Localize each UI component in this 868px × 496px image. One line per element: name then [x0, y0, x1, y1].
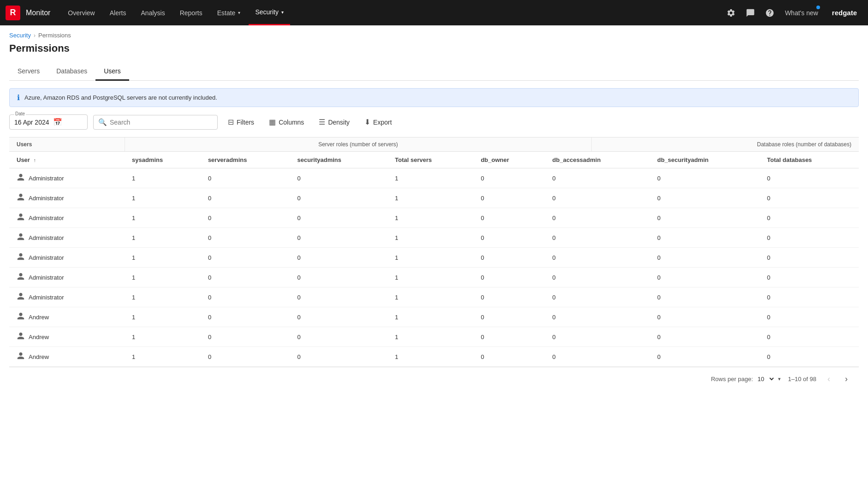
info-banner: ℹ Azure, Amazon RDS and PostgreSQL serve…	[9, 88, 859, 107]
cell-serveradmins-3: 0	[201, 228, 290, 248]
cell-securityadmins-8: 0	[290, 327, 388, 347]
app-name: Monitor	[26, 9, 50, 17]
cell-serveradmins-4: 0	[201, 248, 290, 268]
settings-icon-button[interactable]	[722, 4, 740, 22]
cell-serveradmins-9: 0	[201, 347, 290, 367]
nav-alerts[interactable]: Alerts	[103, 0, 133, 25]
table-row[interactable]: Andrew 1 0 0 1 0 0 0 0	[9, 307, 859, 327]
user-icon	[17, 272, 25, 282]
cell-securityadmins-4: 0	[290, 248, 388, 268]
cell-user-6: Administrator	[9, 287, 125, 307]
col-header-total-servers: Total servers	[387, 152, 473, 168]
cell-securityadmins-5: 0	[290, 268, 388, 287]
cell-user-7: Andrew	[9, 307, 125, 327]
cell-user-8: Andrew	[9, 327, 125, 347]
cell-total-databases-0: 0	[760, 168, 859, 188]
nav-estate[interactable]: Estate ▾	[211, 0, 247, 25]
user-icon	[17, 193, 25, 203]
cell-db-securityadmin-0: 0	[650, 168, 760, 188]
rows-per-page-select[interactable]: 10 25 50 100	[756, 375, 775, 383]
tab-servers[interactable]: Servers	[9, 63, 48, 81]
table-row[interactable]: Administrator 1 0 0 1 0 0 0 0	[9, 268, 859, 287]
table-row[interactable]: Andrew 1 0 0 1 0 0 0 0	[9, 347, 859, 367]
cell-total-servers-2: 1	[387, 208, 473, 228]
cell-db-owner-3: 0	[473, 228, 545, 248]
section-header-server-roles: Server roles (number of servers)	[125, 137, 591, 152]
table-row[interactable]: Andrew 1 0 0 1 0 0 0 0	[9, 327, 859, 347]
col-header-db-securityadmin: db_securityadmin	[650, 152, 760, 168]
cell-sysadmins-5: 1	[125, 268, 201, 287]
cell-db-securityadmin-8: 0	[650, 327, 760, 347]
cell-db-securityadmin-5: 0	[650, 268, 760, 287]
breadcrumb-separator: ›	[34, 32, 36, 39]
export-button[interactable]: ⬇ Export	[360, 115, 396, 129]
nav-icon-group	[722, 4, 779, 22]
table-row[interactable]: Administrator 1 0 0 1 0 0 0 0	[9, 228, 859, 248]
col-header-securityadmins: securityadmins	[290, 152, 388, 168]
col-header-user[interactable]: User ↑	[9, 152, 125, 168]
search-input[interactable]	[110, 119, 213, 126]
cell-total-databases-8: 0	[760, 327, 859, 347]
next-page-button[interactable]: ›	[841, 373, 851, 385]
tab-databases[interactable]: Databases	[48, 63, 95, 81]
cell-db-securityadmin-9: 0	[650, 347, 760, 367]
cell-serveradmins-8: 0	[201, 327, 290, 347]
user-icon	[17, 312, 25, 322]
cell-securityadmins-3: 0	[290, 228, 388, 248]
user-icon	[17, 292, 25, 302]
chat-icon-button[interactable]	[742, 4, 759, 22]
cell-db-accessadmin-5: 0	[545, 268, 650, 287]
cell-serveradmins-5: 0	[201, 268, 290, 287]
whatsnew-label: What's new	[785, 9, 818, 17]
cell-sysadmins-2: 1	[125, 208, 201, 228]
table-row[interactable]: Administrator 1 0 0 1 0 0 0 0	[9, 248, 859, 268]
rows-per-page-label: Rows per page:	[711, 376, 753, 382]
cell-sysadmins-6: 1	[125, 287, 201, 307]
whatsnew-button[interactable]: What's new	[780, 0, 823, 25]
table-row[interactable]: Administrator 1 0 0 1 0 0 0 0	[9, 168, 859, 188]
cell-serveradmins-1: 0	[201, 188, 290, 208]
logo-letter: R	[10, 8, 16, 18]
table-row[interactable]: Administrator 1 0 0 1 0 0 0 0	[9, 208, 859, 228]
col-header-db-accessadmin: db_accessadmin	[545, 152, 650, 168]
cell-serveradmins-2: 0	[201, 208, 290, 228]
cell-user-0: Administrator	[9, 168, 125, 188]
cell-total-databases-7: 0	[760, 307, 859, 327]
breadcrumb-parent[interactable]: Security	[9, 32, 31, 39]
filters-button[interactable]: ⊟ Filters	[223, 115, 259, 129]
sort-asc-icon: ↑	[34, 157, 36, 163]
table-row[interactable]: Administrator 1 0 0 1 0 0 0 0	[9, 188, 859, 208]
info-icon: ℹ	[17, 93, 20, 102]
nav-overview[interactable]: Overview	[61, 0, 101, 25]
cell-total-databases-5: 0	[760, 268, 859, 287]
nav-security[interactable]: Security ▾	[249, 0, 290, 25]
density-button[interactable]: ☰ Density	[314, 115, 354, 129]
user-icon	[17, 173, 25, 183]
cell-db-accessadmin-8: 0	[545, 327, 650, 347]
prev-page-button[interactable]: ‹	[824, 373, 834, 385]
nav-analysis[interactable]: Analysis	[135, 0, 172, 25]
table-body: Administrator 1 0 0 1 0 0 0 0 Administra…	[9, 168, 859, 367]
date-field[interactable]: Date 16 Apr 2024 📅	[9, 114, 88, 130]
cell-user-5: Administrator	[9, 268, 125, 287]
data-table-wrapper: User ↑ sysadmins serveradmins securityad…	[9, 152, 859, 367]
cell-sysadmins-0: 1	[125, 168, 201, 188]
nav-reports[interactable]: Reports	[173, 0, 209, 25]
date-value: 16 Apr 2024	[14, 119, 49, 126]
columns-button[interactable]: ▦ Columns	[264, 115, 309, 129]
cell-securityadmins-2: 0	[290, 208, 388, 228]
app-logo[interactable]: R	[6, 6, 20, 20]
cell-db-securityadmin-2: 0	[650, 208, 760, 228]
user-icon	[17, 332, 25, 342]
cell-serveradmins-6: 0	[201, 287, 290, 307]
cell-total-servers-6: 1	[387, 287, 473, 307]
cell-user-1: Administrator	[9, 188, 125, 208]
density-label: Density	[328, 119, 350, 126]
cell-db-securityadmin-4: 0	[650, 248, 760, 268]
cell-total-servers-5: 1	[387, 268, 473, 287]
page-content: Permissions Servers Databases Users ℹ Az…	[0, 42, 868, 400]
tab-users[interactable]: Users	[95, 63, 129, 81]
table-row[interactable]: Administrator 1 0 0 1 0 0 0 0	[9, 287, 859, 307]
help-icon-button[interactable]	[761, 4, 779, 22]
cell-user-4: Administrator	[9, 248, 125, 268]
